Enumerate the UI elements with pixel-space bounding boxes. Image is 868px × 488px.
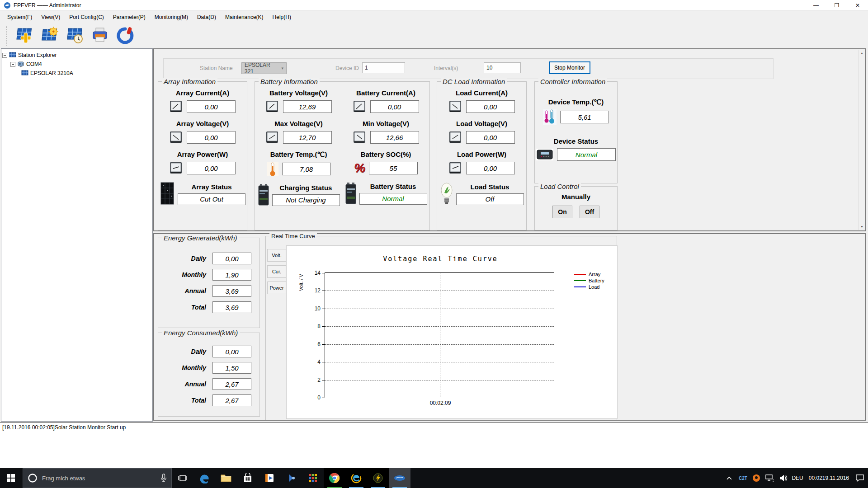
toolbar-grip (6, 26, 8, 46)
tray-antivirus-icon[interactable] (751, 469, 762, 487)
menu-maintenance[interactable]: Maintenance(K) (221, 12, 268, 22)
gauge-icon (170, 131, 183, 144)
collapse-icon[interactable] (2, 53, 7, 58)
tree-node-station-explorer[interactable]: Station Explorer (2, 51, 151, 60)
start-button[interactable] (0, 468, 22, 488)
field-label: Load Power(W) (457, 150, 506, 158)
solar-app-taskbar-icon[interactable] (367, 468, 389, 488)
legend-label: Battery (589, 278, 604, 283)
station-monitor-button[interactable] (39, 25, 60, 46)
tray-volume-icon[interactable] (778, 469, 789, 487)
tab-power[interactable]: Power (267, 282, 286, 294)
print-button[interactable] (90, 25, 110, 46)
y-tick: 2 (317, 377, 321, 383)
player-cone-icon[interactable] (280, 468, 302, 488)
minimize-button[interactable]: — (806, 0, 826, 11)
task-view-button[interactable] (172, 468, 193, 488)
array-power-value: 0,00 (187, 162, 236, 174)
chrome-taskbar-icon[interactable] (324, 468, 345, 488)
menu-view[interactable]: View(V) (37, 12, 65, 22)
battery-status-value: Normal (359, 193, 427, 205)
maximize-button[interactable]: ❐ (826, 0, 847, 11)
tray-c2t-icon[interactable]: C2T (737, 469, 748, 487)
interval-input[interactable]: 10 (484, 62, 521, 73)
microphone-icon[interactable] (160, 474, 167, 483)
energy-label: Daily (191, 255, 206, 262)
tree-node-com4[interactable]: COM4 (2, 60, 151, 69)
action-center-icon[interactable] (854, 469, 865, 487)
store-icon[interactable] (237, 468, 259, 488)
energy-value: 0,00 (212, 346, 251, 357)
array-status-value: Cut Out (178, 193, 245, 205)
app-grid-icon[interactable] (302, 468, 324, 488)
legend-line-array (574, 274, 586, 275)
language-label: DEU (792, 475, 803, 481)
gridline (325, 291, 554, 291)
device-temp-field: Device Temp.(℃) 5,61 (543, 98, 609, 125)
tree-node-epsolar[interactable]: EPSOLAR 3210A (2, 69, 151, 78)
tree-label-root: Station Explorer (18, 52, 57, 58)
menu-port-config[interactable]: Port Config(C) (65, 12, 108, 22)
gridline (325, 380, 554, 380)
edge-taskbar-icon[interactable] (193, 468, 215, 488)
max-voltage-field: Max Voltage(V) 12,70 (266, 120, 332, 144)
load-status-value: Off (456, 193, 524, 205)
chevron-down-icon: ▾ (281, 66, 283, 70)
array-current-value: 0,00 (187, 100, 236, 113)
field-label: Array Power(W) (177, 150, 228, 158)
gridline (325, 362, 554, 362)
collapse-icon[interactable] (10, 62, 15, 67)
legend-label: Load (589, 284, 599, 290)
tray-network-icon[interactable] (764, 469, 775, 487)
legend-line-battery (574, 280, 586, 281)
max-voltage-value: 12,70 (283, 131, 332, 144)
file-explorer-icon[interactable] (215, 468, 237, 488)
media-player-icon[interactable] (259, 468, 280, 488)
percent-icon: % (354, 161, 365, 175)
energy-value: 1,90 (212, 269, 251, 281)
load-current-field: Load Current(A) 0,00 (449, 89, 515, 113)
field-label: Battery Current(A) (356, 89, 415, 97)
tab-volt[interactable]: Volt. (267, 249, 286, 262)
exit-button[interactable] (115, 25, 136, 46)
stop-monitor-button[interactable]: Stop Monitor (549, 61, 590, 74)
tray-chevron-up-icon[interactable] (724, 469, 735, 487)
tray-language-indicator[interactable]: DEU (792, 469, 803, 487)
scroll-down-icon[interactable]: ▼ (859, 223, 865, 230)
chart-canvas: Voltage Real Time Curve Volt. / V 14 12 … (286, 245, 618, 419)
add-station-button[interactable] (14, 25, 34, 46)
energy-value: 2,67 (212, 378, 251, 390)
field-label: Array Voltage(V) (176, 120, 229, 127)
energy-label: Monthly (182, 364, 206, 371)
ie-taskbar-icon[interactable] (345, 468, 367, 488)
scroll-up-icon[interactable]: ▲ (859, 50, 865, 56)
tab-cur[interactable]: Cur. (267, 265, 286, 278)
dual-thermometer-icon (543, 109, 557, 125)
controller-icon (536, 149, 553, 160)
menu-data[interactable]: Data(D) (193, 12, 221, 22)
energy-label: Total (191, 304, 206, 311)
load-status-block: Load Status Off (440, 182, 524, 206)
close-button[interactable]: ✕ (847, 0, 868, 11)
menu-parameter[interactable]: Parameter(P) (108, 12, 150, 22)
epever-app-taskbar-button[interactable] (389, 468, 410, 488)
station-name-select[interactable]: EPSOLAR 321 ▾ (241, 62, 287, 74)
menu-monitoring[interactable]: Monitoring(M) (150, 12, 193, 22)
menu-help[interactable]: Help(H) (268, 12, 296, 22)
tray-clock[interactable]: 00:02 19.11.2016 (806, 469, 852, 487)
energy-value: 3,69 (212, 301, 251, 313)
field-label: Min Voltage(V) (363, 120, 409, 127)
search-placeholder: Frag mich etwas (42, 475, 156, 482)
c2t-label: C2T (739, 476, 747, 481)
load-off-button[interactable]: Off (580, 206, 599, 218)
history-data-button[interactable] (64, 25, 85, 46)
group-title: Energy Consumed(kWh) (162, 329, 240, 337)
battery-soc-value: 55 (369, 162, 418, 174)
device-id-input[interactable]: 1 (362, 62, 405, 73)
field-label: Battery Voltage(V) (269, 89, 328, 97)
title-bar: EPEVER —— Administrator — ❐ ✕ (0, 0, 868, 11)
load-on-button[interactable]: On (552, 206, 572, 218)
menu-system[interactable]: System(F) (3, 12, 37, 22)
monitor-scrollbar[interactable]: ▲ ▼ (858, 50, 865, 230)
search-input[interactable]: Frag mich etwas (23, 468, 172, 488)
